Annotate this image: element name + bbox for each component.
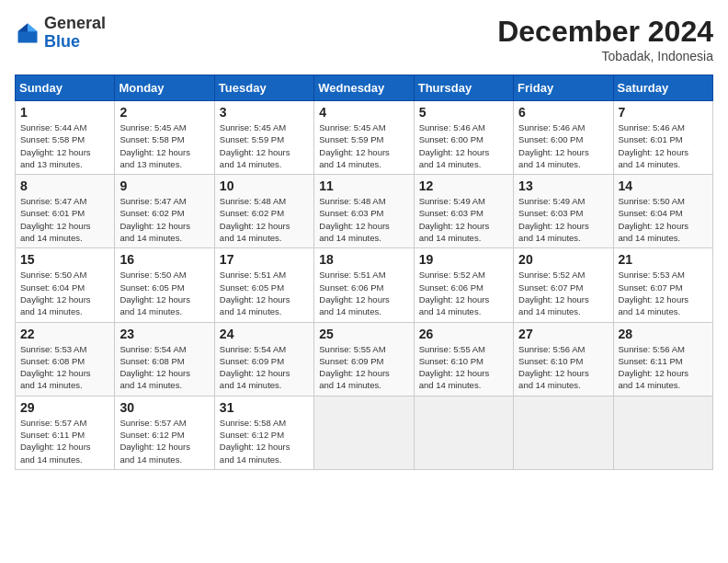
day-number: 2: [119, 105, 209, 120]
weekday-header-row: SundayMondayTuesdayWednesdayThursdayFrid…: [16, 75, 713, 101]
day-number: 21: [619, 252, 708, 267]
calendar-cell: 4Sunrise: 5:45 AMSunset: 5:59 PMDaylight…: [314, 101, 414, 175]
weekday-header-monday: Monday: [115, 75, 214, 101]
logo: General Blue: [15, 15, 106, 52]
calendar-cell: 27Sunrise: 5:56 AMSunset: 6:10 PMDayligh…: [514, 322, 613, 396]
day-number: 5: [419, 105, 508, 120]
day-info: Sunrise: 5:49 AMSunset: 6:03 PMDaylight:…: [518, 195, 608, 244]
day-number: 24: [220, 327, 309, 341]
calendar-cell: 2Sunrise: 5:45 AMSunset: 5:58 PMDaylight…: [115, 101, 214, 175]
day-number: 16: [119, 252, 209, 267]
day-info: Sunrise: 5:44 AMSunset: 5:58 PMDaylight:…: [20, 121, 109, 170]
weekday-header-sunday: Sunday: [16, 75, 115, 101]
calendar-cell: 30Sunrise: 5:57 AMSunset: 6:12 PMDayligh…: [115, 396, 214, 469]
page-header: General Blue December 2024 Tobadak, Indo…: [15, 15, 713, 63]
day-number: 1: [20, 105, 109, 120]
calendar-cell: 8Sunrise: 5:47 AMSunset: 6:01 PMDaylight…: [16, 175, 115, 248]
day-info: Sunrise: 5:53 AMSunset: 6:07 PMDaylight:…: [619, 269, 708, 317]
svg-marker-1: [28, 23, 38, 31]
day-number: 13: [518, 178, 608, 193]
day-info: Sunrise: 5:46 AMSunset: 6:01 PMDaylight:…: [619, 121, 708, 170]
calendar-cell: 1Sunrise: 5:44 AMSunset: 5:58 PMDaylight…: [16, 101, 115, 175]
day-number: 19: [419, 252, 508, 267]
day-info: Sunrise: 5:56 AMSunset: 6:10 PMDaylight:…: [518, 343, 608, 392]
weekday-header-saturday: Saturday: [613, 75, 712, 101]
day-info: Sunrise: 5:49 AMSunset: 6:03 PMDaylight:…: [419, 195, 508, 244]
calendar-cell: 24Sunrise: 5:54 AMSunset: 6:09 PMDayligh…: [214, 322, 313, 396]
calendar-cell: 19Sunrise: 5:52 AMSunset: 6:06 PMDayligh…: [414, 248, 513, 322]
calendar-cell: 14Sunrise: 5:50 AMSunset: 6:04 PMDayligh…: [613, 175, 712, 248]
calendar-cell: [314, 396, 414, 469]
weekday-header-friday: Friday: [514, 75, 613, 101]
day-info: Sunrise: 5:54 AMSunset: 6:09 PMDaylight:…: [220, 343, 309, 392]
calendar-cell: [414, 396, 513, 469]
day-info: Sunrise: 5:51 AMSunset: 6:05 PMDaylight:…: [220, 269, 309, 317]
day-number: 4: [319, 105, 408, 120]
calendar-cell: 9Sunrise: 5:47 AMSunset: 6:02 PMDaylight…: [115, 175, 214, 248]
month-title: December 2024: [497, 15, 713, 49]
day-info: Sunrise: 5:55 AMSunset: 6:09 PMDaylight:…: [319, 343, 408, 392]
day-number: 27: [518, 327, 608, 341]
day-info: Sunrise: 5:46 AMSunset: 6:00 PMDaylight:…: [419, 121, 508, 170]
day-info: Sunrise: 5:55 AMSunset: 6:10 PMDaylight:…: [419, 343, 508, 392]
calendar-cell: 28Sunrise: 5:56 AMSunset: 6:11 PMDayligh…: [613, 322, 712, 396]
calendar-week-row: 29Sunrise: 5:57 AMSunset: 6:11 PMDayligh…: [16, 396, 713, 469]
day-number: 23: [119, 327, 209, 341]
day-number: 20: [518, 252, 608, 267]
calendar-cell: 23Sunrise: 5:54 AMSunset: 6:08 PMDayligh…: [115, 322, 214, 396]
day-info: Sunrise: 5:53 AMSunset: 6:08 PMDaylight:…: [20, 343, 109, 392]
calendar-week-row: 15Sunrise: 5:50 AMSunset: 6:04 PMDayligh…: [16, 248, 713, 322]
day-number: 30: [119, 400, 209, 415]
calendar-table: SundayMondayTuesdayWednesdayThursdayFrid…: [15, 75, 713, 470]
day-number: 17: [220, 252, 309, 267]
day-number: 18: [319, 252, 408, 267]
calendar-cell: 18Sunrise: 5:51 AMSunset: 6:06 PMDayligh…: [314, 248, 414, 322]
day-number: 15: [20, 252, 109, 267]
weekday-header-tuesday: Tuesday: [214, 75, 313, 101]
calendar-cell: 31Sunrise: 5:58 AMSunset: 6:12 PMDayligh…: [214, 396, 313, 469]
calendar-cell: 20Sunrise: 5:52 AMSunset: 6:07 PMDayligh…: [514, 248, 613, 322]
day-number: 31: [220, 400, 309, 415]
calendar-week-row: 22Sunrise: 5:53 AMSunset: 6:08 PMDayligh…: [16, 322, 713, 396]
day-info: Sunrise: 5:52 AMSunset: 6:06 PMDaylight:…: [419, 269, 508, 317]
day-number: 14: [619, 178, 708, 193]
calendar-cell: 3Sunrise: 5:45 AMSunset: 5:59 PMDaylight…: [214, 101, 313, 175]
day-info: Sunrise: 5:45 AMSunset: 5:58 PMDaylight:…: [119, 121, 209, 170]
day-number: 9: [119, 178, 209, 193]
day-info: Sunrise: 5:57 AMSunset: 6:11 PMDaylight:…: [20, 417, 109, 465]
calendar-cell: 12Sunrise: 5:49 AMSunset: 6:03 PMDayligh…: [414, 175, 513, 248]
calendar-cell: 7Sunrise: 5:46 AMSunset: 6:01 PMDaylight…: [613, 101, 712, 175]
day-number: 12: [419, 178, 508, 193]
weekday-header-wednesday: Wednesday: [314, 75, 414, 101]
calendar-cell: 29Sunrise: 5:57 AMSunset: 6:11 PMDayligh…: [16, 396, 115, 469]
day-info: Sunrise: 5:45 AMSunset: 5:59 PMDaylight:…: [220, 121, 309, 170]
day-info: Sunrise: 5:50 AMSunset: 6:05 PMDaylight:…: [119, 269, 209, 317]
calendar-cell: [514, 396, 613, 469]
day-info: Sunrise: 5:47 AMSunset: 6:02 PMDaylight:…: [119, 195, 209, 244]
calendar-cell: 11Sunrise: 5:48 AMSunset: 6:03 PMDayligh…: [314, 175, 414, 248]
calendar-week-row: 1Sunrise: 5:44 AMSunset: 5:58 PMDaylight…: [16, 101, 713, 175]
calendar-cell: [613, 396, 712, 469]
calendar-cell: 6Sunrise: 5:46 AMSunset: 6:00 PMDaylight…: [514, 101, 613, 175]
day-info: Sunrise: 5:45 AMSunset: 5:59 PMDaylight:…: [319, 121, 408, 170]
day-number: 8: [20, 178, 109, 193]
day-info: Sunrise: 5:52 AMSunset: 6:07 PMDaylight:…: [518, 269, 608, 317]
calendar-cell: 15Sunrise: 5:50 AMSunset: 6:04 PMDayligh…: [16, 248, 115, 322]
day-number: 11: [319, 178, 408, 193]
day-number: 3: [220, 105, 309, 120]
day-info: Sunrise: 5:50 AMSunset: 6:04 PMDaylight:…: [619, 195, 708, 244]
title-block: December 2024 Tobadak, Indonesia: [497, 15, 713, 63]
logo-general: General: [44, 14, 106, 32]
day-number: 7: [619, 105, 708, 120]
calendar-cell: 16Sunrise: 5:50 AMSunset: 6:05 PMDayligh…: [115, 248, 214, 322]
logo-icon: [15, 20, 40, 46]
calendar-cell: 22Sunrise: 5:53 AMSunset: 6:08 PMDayligh…: [16, 322, 115, 396]
calendar-cell: 5Sunrise: 5:46 AMSunset: 6:00 PMDaylight…: [414, 101, 513, 175]
svg-marker-2: [18, 23, 28, 31]
calendar-cell: 10Sunrise: 5:48 AMSunset: 6:02 PMDayligh…: [214, 175, 313, 248]
day-info: Sunrise: 5:58 AMSunset: 6:12 PMDaylight:…: [220, 417, 309, 465]
day-number: 25: [319, 327, 408, 341]
logo-blue: Blue: [44, 32, 80, 51]
calendar-cell: 25Sunrise: 5:55 AMSunset: 6:09 PMDayligh…: [314, 322, 414, 396]
calendar-cell: 13Sunrise: 5:49 AMSunset: 6:03 PMDayligh…: [514, 175, 613, 248]
